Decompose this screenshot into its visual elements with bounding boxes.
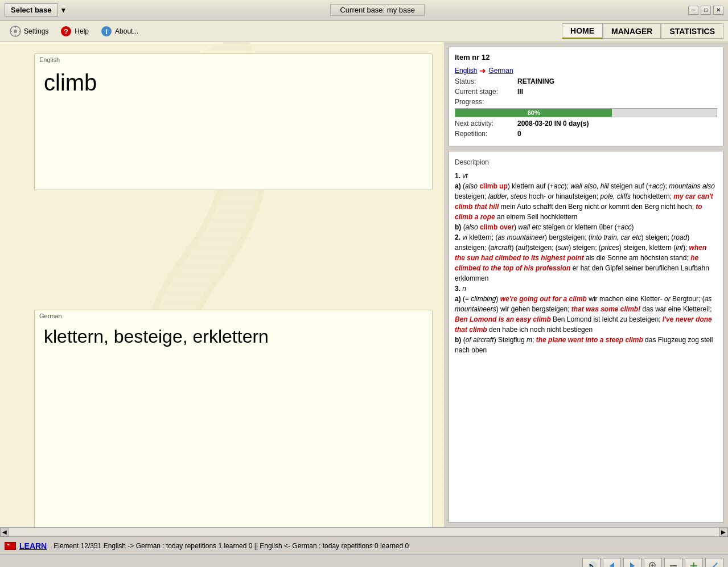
nav-buttons: HOME MANAGER STATISTICS bbox=[562, 23, 723, 39]
svg-marker-12 bbox=[610, 562, 614, 568]
current-base-label: Current base: my base bbox=[330, 4, 425, 16]
info-box: Item nr 12 English ➜ German Status: RETA… bbox=[449, 47, 723, 146]
edit-icon bbox=[710, 561, 719, 568]
about-label: About... bbox=[115, 27, 138, 35]
scroll-right-button[interactable]: ▶ bbox=[719, 528, 728, 537]
right-panel: Item nr 12 English ➜ German Status: RETA… bbox=[444, 42, 728, 527]
stage-label: Current stage: bbox=[455, 88, 517, 96]
description-content: 1. vt a) (also climb up) klettern auf (+… bbox=[455, 171, 717, 355]
description-title: Descritpion bbox=[455, 157, 717, 167]
status-text: Element 12/351 English -> German : today… bbox=[54, 542, 409, 550]
main-area: English climb German klettern, besteige,… bbox=[0, 42, 728, 527]
english-word: climb bbox=[35, 64, 432, 101]
minimize-button[interactable]: ─ bbox=[688, 6, 698, 15]
lang-to-link[interactable]: German bbox=[488, 67, 513, 75]
english-card-label: English bbox=[35, 54, 432, 64]
svg-text:?: ? bbox=[64, 27, 68, 36]
progress-bar-fill: 60% bbox=[455, 109, 612, 117]
sound-button[interactable]: 🔊 bbox=[582, 558, 601, 568]
sound-icon: 🔊 bbox=[587, 561, 597, 568]
scroll-left-button[interactable]: ◀ bbox=[0, 528, 9, 537]
next-activity-label: Next activity: bbox=[455, 120, 517, 128]
svg-rect-20 bbox=[693, 562, 694, 568]
zoom-button[interactable] bbox=[644, 558, 662, 568]
minus-button[interactable] bbox=[664, 558, 682, 568]
about-button[interactable]: i About... bbox=[96, 23, 143, 39]
minus-icon bbox=[669, 561, 678, 568]
english-card: English climb bbox=[34, 54, 433, 190]
nav-home-button[interactable]: HOME bbox=[562, 23, 603, 39]
status-label: Status: bbox=[455, 77, 517, 85]
lang-from-link[interactable]: English bbox=[455, 67, 477, 75]
lang-arrow-icon: ➜ bbox=[479, 66, 486, 75]
lang-row: English ➜ German bbox=[455, 66, 717, 75]
german-word: klettern, besteige, erklettern bbox=[35, 321, 432, 353]
item-number: Item nr 12 bbox=[455, 53, 717, 61]
zoom-icon bbox=[648, 561, 657, 568]
flag-icon bbox=[5, 542, 16, 550]
repetition-row: Repetition: 0 bbox=[455, 130, 717, 138]
scroll-track[interactable] bbox=[9, 528, 719, 536]
select-base-button[interactable]: Select base bbox=[5, 3, 58, 17]
restore-button[interactable]: □ bbox=[701, 6, 711, 15]
progress-row: Progress: bbox=[455, 98, 717, 106]
svg-rect-10 bbox=[5, 543, 16, 550]
back-icon bbox=[607, 561, 616, 568]
next-activity-value: 2008-03-20 IN 0 day(s) bbox=[517, 120, 589, 128]
status-bar: LEARN Element 12/351 English -> German :… bbox=[0, 536, 728, 554]
svg-line-21 bbox=[711, 564, 717, 568]
nav-manager-button[interactable]: MANAGER bbox=[603, 23, 661, 39]
svg-rect-18 bbox=[670, 565, 677, 566]
help-label: Help bbox=[75, 27, 89, 35]
close-button[interactable]: ✕ bbox=[713, 6, 723, 15]
titlebar-center: Current base: my base bbox=[71, 6, 684, 14]
description-box: Descritpion 1. vt a) (also climb up) kle… bbox=[449, 151, 723, 523]
settings-label: Settings bbox=[24, 27, 48, 35]
stage-value: III bbox=[517, 88, 523, 96]
about-icon: i bbox=[100, 25, 113, 38]
german-card-label: German bbox=[35, 310, 432, 321]
flag-svg bbox=[5, 543, 16, 550]
learn-link[interactable]: LEARN bbox=[19, 541, 47, 550]
nav-statistics-button[interactable]: STATISTICS bbox=[661, 23, 723, 39]
bottom-toolbar: 🔊 bbox=[0, 554, 728, 567]
back-button[interactable] bbox=[603, 558, 621, 568]
status-row: Status: RETAINING bbox=[455, 77, 717, 85]
german-card: German klettern, besteige, erklettern bbox=[34, 310, 433, 527]
svg-point-1 bbox=[14, 30, 17, 33]
progress-label: Progress: bbox=[455, 98, 517, 106]
svg-text:i: i bbox=[105, 27, 108, 36]
left-panel: English climb German klettern, besteige,… bbox=[0, 42, 444, 527]
forward-icon bbox=[628, 561, 637, 568]
dropdown-arrow-icon[interactable]: ▼ bbox=[60, 6, 67, 14]
edit-button[interactable] bbox=[705, 558, 723, 568]
plus-icon bbox=[689, 561, 698, 568]
stage-row: Current stage: III bbox=[455, 88, 717, 96]
progress-bar-bg: 60% bbox=[455, 108, 717, 117]
svg-marker-13 bbox=[630, 562, 635, 568]
status-value: RETAINING bbox=[517, 77, 554, 85]
settings-button[interactable]: Settings bbox=[5, 23, 53, 39]
titlebar-left: Select base ▼ bbox=[5, 3, 67, 17]
toolbar: Settings ? Help i About... HOME MANAGER … bbox=[0, 20, 728, 42]
progress-text: 60% bbox=[528, 109, 540, 116]
help-button[interactable]: ? Help bbox=[55, 23, 93, 39]
plus-button[interactable] bbox=[685, 558, 703, 568]
horizontal-scrollbar[interactable]: ◀ ▶ bbox=[0, 527, 728, 536]
titlebar-right: ─ □ ✕ bbox=[688, 6, 723, 15]
repetition-label: Repetition: bbox=[455, 130, 517, 138]
help-icon: ? bbox=[60, 25, 72, 38]
settings-icon bbox=[9, 25, 22, 38]
next-activity-row: Next activity: 2008-03-20 IN 0 day(s) bbox=[455, 120, 717, 128]
forward-button[interactable] bbox=[623, 558, 641, 568]
titlebar: Select base ▼ Current base: my base ─ □ … bbox=[0, 0, 728, 20]
repetition-value: 0 bbox=[517, 130, 521, 138]
